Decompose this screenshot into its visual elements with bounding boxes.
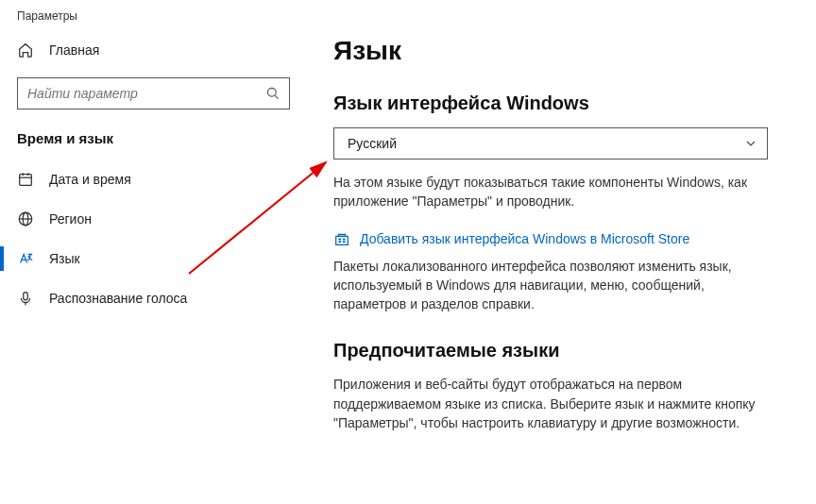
- section-heading-preferred-languages: Предпочитаемые языки: [333, 340, 788, 361]
- svg-rect-13: [343, 241, 346, 243]
- sidebar-item-datetime[interactable]: Дата и время: [0, 160, 307, 199]
- display-language-dropdown[interactable]: Русский: [333, 127, 768, 160]
- svg-rect-11: [343, 238, 346, 240]
- nav: Дата и время Регион Язык Распознавание г…: [0, 160, 307, 318]
- app-title: Параметры: [0, 0, 307, 28]
- microphone-icon: [17, 290, 34, 307]
- sidebar-item-label: Распознавание голоса: [49, 291, 187, 306]
- language-pack-description: Пакеты локализованного интерфейса позвол…: [333, 257, 777, 314]
- section-heading-display-language: Язык интерфейса Windows: [333, 92, 788, 114]
- svg-rect-9: [24, 293, 28, 300]
- sidebar-item-label: Язык: [49, 251, 80, 266]
- svg-rect-10: [338, 238, 341, 240]
- search-box[interactable]: [17, 77, 290, 109]
- sidebar-item-region[interactable]: Регион: [0, 199, 307, 239]
- sidebar-item-home[interactable]: Главная: [0, 28, 307, 72]
- sidebar: Параметры Главная Время и язык Дата и вр…: [0, 0, 307, 504]
- sidebar-item-label: Регион: [49, 211, 92, 227]
- svg-line-1: [275, 95, 278, 98]
- svg-rect-12: [338, 241, 341, 243]
- home-label: Главная: [49, 42, 99, 58]
- section-header: Время и язык: [0, 123, 307, 160]
- home-icon: [17, 42, 34, 59]
- sidebar-item-speech[interactable]: Распознавание голоса: [0, 278, 307, 318]
- svg-point-0: [267, 88, 276, 96]
- add-language-store-link[interactable]: Добавить язык интерфейса Windows в Micro…: [333, 230, 788, 247]
- chevron-down-icon: [744, 137, 757, 150]
- store-icon: [333, 230, 350, 247]
- globe-icon: [17, 210, 34, 227]
- preferred-languages-description: Приложения и веб-сайты будут отображатьс…: [333, 375, 777, 432]
- search-icon: [264, 85, 281, 102]
- sidebar-item-language[interactable]: Язык: [0, 239, 307, 278]
- store-link-text: Добавить язык интерфейса Windows в Micro…: [360, 231, 689, 246]
- dropdown-value: Русский: [348, 136, 397, 151]
- calendar-icon: [17, 171, 34, 188]
- language-icon: [17, 250, 34, 267]
- display-language-description: На этом языке будут показываться такие к…: [333, 173, 777, 211]
- sidebar-item-label: Дата и время: [49, 172, 131, 187]
- main-content: Язык Язык интерфейса Windows Русский На …: [307, 0, 816, 504]
- search-input[interactable]: [27, 86, 264, 101]
- svg-rect-2: [20, 175, 32, 186]
- page-title: Язык: [333, 36, 788, 66]
